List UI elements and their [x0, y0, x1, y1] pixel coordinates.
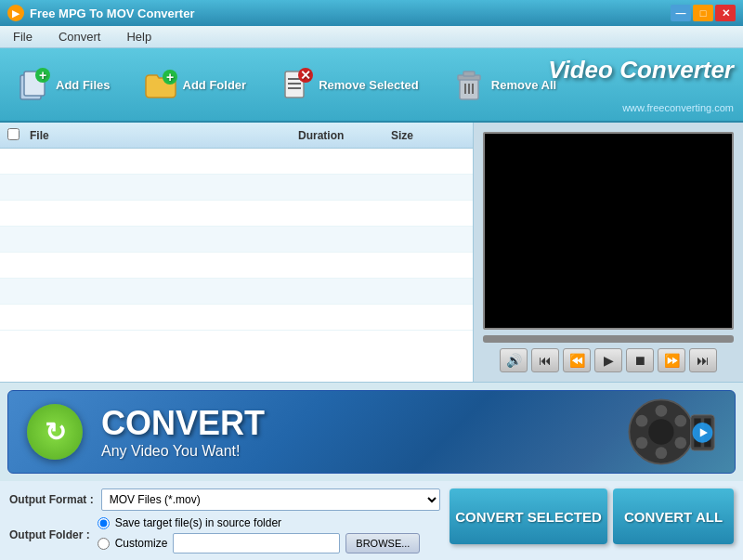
main-content: File Duration Size 🔊 ⏮ ⏪ ▶ ⏹ ⏩ ⏭ [0, 123, 743, 383]
video-preview: 🔊 ⏮ ⏪ ▶ ⏹ ⏩ ⏭ [474, 123, 743, 382]
select-all-checkbox[interactable] [7, 128, 20, 140]
menu-convert[interactable]: Convert [53, 28, 107, 46]
format-select[interactable]: MOV Files (*.mov) MP4 Files (*.mp4) AVI … [101, 488, 440, 511]
brand-name: Video Converter [548, 56, 734, 85]
remove-selected-label: Remove Selected [319, 78, 419, 92]
add-files-icon: + [17, 68, 50, 101]
customize-label: Customize [115, 537, 168, 550]
svg-point-24 [636, 436, 648, 449]
svg-point-23 [674, 415, 686, 427]
remove-selected-button[interactable]: ✕ Remove Selected [272, 64, 426, 105]
output-settings: Output Format : MOV Files (*.mov) MP4 Fi… [9, 488, 440, 559]
action-buttons: CONVERT SELECTED CONVERT ALL [450, 488, 734, 544]
save-source-label: Save target file(s) in source folder [115, 516, 281, 529]
remove-all-button[interactable]: Remove All [445, 64, 564, 105]
browse-button[interactable]: BROWSE... [345, 533, 420, 553]
window-title: Free MPG To MOV Converter [30, 7, 194, 20]
fast-forward-button[interactable]: ⏩ [658, 348, 685, 372]
title-bar: ▶ Free MPG To MOV Converter — □ ✕ [0, 0, 743, 26]
svg-text:+: + [165, 70, 173, 85]
skip-back-button[interactable]: ⏮ [531, 348, 559, 372]
svg-point-21 [656, 447, 668, 459]
save-source-row: Save target file(s) in source folder [98, 516, 421, 529]
bottom-controls: Output Format : MOV Files (*.mov) MP4 Fi… [0, 481, 743, 560]
add-folder-button[interactable]: + Add Folder [137, 64, 254, 105]
minimize-button[interactable]: — [671, 5, 691, 21]
skip-end-button[interactable]: ⏭ [689, 348, 717, 372]
file-row-empty-2 [0, 175, 473, 201]
convert-subtitle: Any Video You Want! [101, 443, 265, 460]
add-folder-label: Add Folder [183, 78, 247, 92]
progress-bar-track[interactable] [483, 335, 734, 343]
file-row-empty-4 [0, 227, 473, 253]
convert-selected-button[interactable]: CONVERT SELECTED [450, 488, 607, 544]
col-file-header: File [30, 129, 298, 142]
convert-title: CONVERT [101, 404, 265, 443]
menu-bar: File Convert Help [0, 26, 743, 48]
customize-radio[interactable] [98, 538, 110, 550]
file-row-empty-3 [0, 201, 473, 227]
convert-banner: ↻ CONVERT Any Video You Want! [7, 390, 736, 474]
website-label: www.freeconverting.com [622, 102, 734, 113]
add-files-button[interactable]: + Add Files [9, 64, 118, 105]
svg-point-19 [648, 419, 673, 444]
film-reel-icon [623, 395, 716, 469]
folder-radio-group: Save target file(s) in source folder Cus… [98, 516, 421, 553]
convert-all-button[interactable]: CONVERT ALL [613, 488, 734, 544]
preview-screen [483, 132, 734, 330]
file-row-empty-5 [0, 253, 473, 279]
window-controls: — □ ✕ [671, 5, 736, 21]
add-files-label: Add Files [56, 78, 111, 92]
volume-button[interactable]: 🔊 [500, 348, 528, 372]
app-icon: ▶ [7, 5, 24, 21]
menu-file[interactable]: File [7, 28, 38, 46]
folder-row: Output Folder : Save target file(s) in s… [9, 516, 440, 553]
file-list: File Duration Size [0, 123, 474, 382]
col-size-header: Size [391, 129, 465, 142]
col-duration-header: Duration [298, 129, 391, 142]
file-row-empty-1 [0, 149, 473, 175]
rewind-button[interactable]: ⏪ [563, 348, 591, 372]
file-list-header: File Duration Size [0, 123, 473, 149]
menu-help[interactable]: Help [121, 28, 157, 46]
convert-arrow-icon: ↻ [27, 404, 83, 460]
svg-text:✕: ✕ [300, 68, 311, 83]
player-controls: 🔊 ⏮ ⏪ ▶ ⏹ ⏩ ⏭ [483, 348, 734, 372]
file-list-body [0, 149, 473, 331]
folder-path-input[interactable] [173, 533, 340, 553]
remove-all-label: Remove All [491, 78, 556, 92]
maximize-button[interactable]: □ [693, 5, 713, 21]
svg-point-25 [674, 436, 686, 449]
svg-point-20 [656, 405, 668, 417]
convert-text: CONVERT Any Video You Want! [101, 404, 265, 460]
add-folder-icon: + [144, 68, 177, 101]
close-button[interactable]: ✕ [715, 5, 736, 21]
format-row: Output Format : MOV Files (*.mov) MP4 Fi… [9, 488, 440, 511]
save-source-radio[interactable] [98, 517, 110, 529]
file-row-empty-6 [0, 279, 473, 305]
output-folder-label: Output Folder : [9, 528, 90, 541]
svg-text:+: + [39, 68, 46, 83]
file-row-empty-7 [0, 305, 473, 331]
play-button[interactable]: ▶ [594, 348, 622, 372]
customize-row: Customize BROWSE... [98, 533, 421, 553]
remove-all-icon [452, 68, 486, 101]
svg-rect-14 [463, 72, 475, 76]
output-format-label: Output Format : [9, 493, 94, 506]
svg-point-22 [636, 415, 648, 427]
stop-button[interactable]: ⏹ [626, 348, 654, 372]
remove-selected-icon: ✕ [280, 68, 313, 101]
toolbar: + Add Files + Add Folder ✕ Remove S [0, 48, 743, 123]
